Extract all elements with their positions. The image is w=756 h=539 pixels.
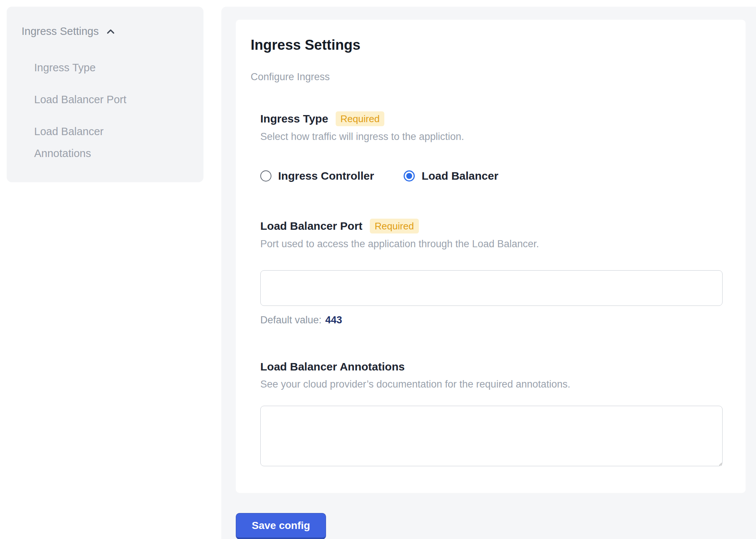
section-load-balancer-port: Load Balancer Port Required Port used to…	[260, 219, 731, 326]
sidebar-item-list: Ingress Type Load Balancer Port Load Bal…	[22, 57, 189, 174]
default-value-label: Default value:	[260, 314, 322, 326]
page-subtitle: Configure Ingress	[251, 71, 731, 83]
sidebar-item-load-balancer-port[interactable]: Load Balancer Port	[34, 89, 157, 111]
radio-unselected-icon[interactable]	[260, 170, 271, 182]
section-title-ingress-type: Ingress Type	[260, 112, 328, 126]
config-panel: Ingress Settings Configure Ingress Ingre…	[221, 7, 756, 539]
default-value: 443	[325, 314, 342, 326]
sidebar-section-label: Ingress Settings	[22, 25, 99, 37]
required-badge: Required	[370, 219, 419, 233]
section-description-load-balancer-port: Port used to access the application thro…	[260, 238, 731, 250]
load-balancer-annotations-textarea[interactable]	[260, 406, 723, 466]
sidebar-item-ingress-type[interactable]: Ingress Type	[34, 57, 157, 79]
radio-label-ingress-controller: Ingress Controller	[278, 170, 374, 182]
page-title: Ingress Settings	[251, 37, 731, 53]
radio-option-ingress-controller[interactable]: Ingress Controller	[260, 170, 374, 182]
section-title-load-balancer-annotations: Load Balancer Annotations	[260, 360, 405, 374]
save-config-button[interactable]: Save config	[236, 513, 326, 539]
section-description-ingress-type: Select how traffic will ingress to the a…	[260, 131, 731, 143]
default-value-line: Default value:443	[260, 314, 731, 326]
radio-selected-icon[interactable]	[404, 170, 415, 182]
section-ingress-type: Ingress Type Required Select how traffic…	[260, 111, 731, 182]
load-balancer-port-input[interactable]	[260, 270, 723, 306]
sidebar-item-load-balancer-annotations[interactable]: Load Balancer Annotations	[34, 121, 157, 164]
chevron-up-icon	[105, 26, 117, 37]
ingress-type-radio-group: Ingress Controller Load Balancer	[260, 170, 731, 182]
ingress-settings-card: Ingress Settings Configure Ingress Ingre…	[236, 20, 746, 493]
section-title-load-balancer-port: Load Balancer Port	[260, 219, 362, 233]
settings-sidebar: Ingress Settings Ingress Type Load Balan…	[7, 7, 203, 182]
radio-label-load-balancer: Load Balancer	[421, 170, 498, 182]
section-description-load-balancer-annotations: See your cloud provider’s documentation …	[260, 378, 731, 391]
sidebar-section-ingress-settings[interactable]: Ingress Settings	[22, 25, 189, 37]
required-badge: Required	[336, 111, 385, 126]
radio-option-load-balancer[interactable]: Load Balancer	[404, 170, 498, 182]
section-load-balancer-annotations: Load Balancer Annotations See your cloud…	[260, 360, 731, 466]
